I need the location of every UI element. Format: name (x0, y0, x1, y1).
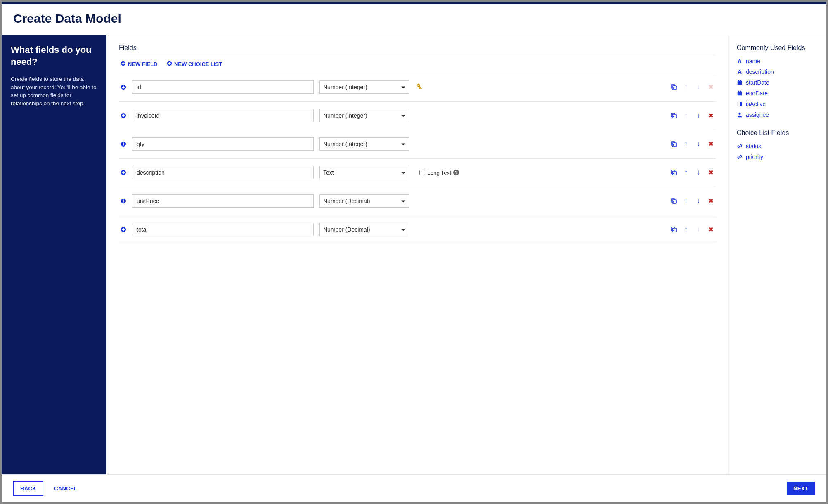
new-choice-list-button[interactable]: NEW CHOICE LIST (167, 61, 222, 67)
row-actions: ↑↓✖ (670, 169, 714, 176)
expand-icon[interactable] (121, 84, 126, 90)
preset-label: isActive (746, 101, 766, 107)
choice-field-item[interactable]: priority (737, 151, 818, 162)
field-name-input[interactable] (132, 109, 314, 122)
svg-rect-18 (122, 144, 125, 144)
long-text-checkbox[interactable] (419, 170, 425, 175)
fields-list: Number (Integer)↑↓✖Number (Integer)↑↓✖Nu… (119, 73, 716, 244)
duplicate-icon[interactable] (670, 198, 677, 204)
remove-icon[interactable]: ✖ (707, 112, 714, 119)
move-down-icon[interactable]: ↓ (695, 198, 702, 204)
field-name-input[interactable] (132, 223, 314, 236)
field-type-select[interactable]: Number (Integer) (319, 109, 409, 122)
move-up-icon[interactable]: ↑ (683, 169, 689, 176)
svg-rect-42 (738, 91, 739, 92)
svg-rect-23 (122, 172, 125, 173)
field-name-input[interactable] (132, 166, 314, 179)
row-actions: ↑↓✖ (670, 226, 714, 233)
remove-icon[interactable]: ✖ (707, 169, 714, 176)
common-field-item[interactable]: assignee (737, 109, 818, 120)
boolean-icon (737, 101, 743, 107)
next-button[interactable]: NEXT (787, 482, 815, 495)
expand-icon[interactable] (121, 141, 126, 147)
field-type-select[interactable]: Number (Decimal) (319, 194, 409, 208)
help-icon[interactable]: ? (453, 170, 459, 175)
new-choice-list-label: NEW CHOICE LIST (174, 61, 222, 67)
help-question: What fields do you need? (11, 44, 97, 68)
back-button[interactable]: BACK (13, 481, 43, 496)
plus-icon (167, 61, 172, 67)
preset-label: description (746, 69, 774, 75)
common-field-item[interactable]: Adescription (737, 66, 818, 77)
primary-key-icon (414, 82, 424, 92)
field-name-input[interactable] (132, 80, 314, 94)
preset-label: status (746, 143, 761, 149)
duplicate-icon[interactable] (670, 84, 677, 90)
common-fields-heading: Commonly Used Fields (737, 44, 818, 52)
duplicate-icon[interactable] (670, 169, 677, 176)
move-down-icon: ↓ (695, 84, 702, 90)
common-field-item[interactable]: isActive (737, 99, 818, 109)
common-field-item[interactable]: Aname (737, 56, 818, 66)
user-icon (737, 112, 743, 118)
move-up-icon[interactable]: ↑ (683, 198, 689, 204)
link-icon (737, 154, 743, 160)
svg-rect-2 (122, 63, 125, 64)
choice-fields-heading: Choice List Fields (737, 129, 818, 137)
remove-icon[interactable]: ✖ (707, 198, 714, 204)
field-name-input[interactable] (132, 194, 314, 208)
new-field-button[interactable]: NEW FIELD (121, 61, 158, 67)
expand-icon[interactable] (121, 198, 126, 204)
expand-icon[interactable] (121, 113, 126, 118)
expand-icon[interactable] (121, 170, 126, 175)
move-down-icon[interactable]: ↓ (695, 112, 702, 119)
svg-rect-39 (740, 80, 741, 81)
svg-rect-33 (122, 229, 125, 230)
preset-fields-sidebar: Commonly Used Fields AnameAdescriptionst… (728, 35, 826, 474)
long-text-option[interactable]: Long Text? (419, 170, 459, 176)
preset-label: endDate (746, 90, 768, 97)
svg-rect-8 (122, 87, 125, 88)
row-actions: ↑↓✖ (670, 84, 714, 90)
choice-field-item[interactable]: status (737, 141, 818, 151)
move-up-icon: ↑ (683, 84, 689, 90)
plus-icon (121, 61, 126, 67)
move-up-icon[interactable]: ↑ (683, 226, 689, 233)
field-row: Number (Integer)↑↓✖ (119, 73, 716, 102)
field-row: Number (Integer)↑↓✖ (119, 130, 716, 159)
common-field-item[interactable]: startDate (737, 77, 818, 88)
cancel-button[interactable]: CANCEL (47, 482, 84, 495)
expand-icon[interactable] (121, 227, 126, 232)
preset-label: name (746, 58, 760, 64)
preset-label: assignee (746, 111, 769, 118)
move-down-icon[interactable]: ↓ (695, 141, 702, 147)
text-icon: A (737, 58, 743, 64)
remove-icon[interactable]: ✖ (707, 226, 714, 233)
duplicate-icon[interactable] (670, 112, 677, 119)
create-data-model-dialog: Create Data Model What fields do you nee… (2, 2, 826, 502)
move-up-icon: ↑ (683, 112, 689, 119)
svg-rect-28 (122, 201, 125, 201)
move-down-icon: ↓ (695, 226, 702, 233)
fields-action-bar: NEW FIELD NEW CHOICE LIST (119, 55, 716, 73)
row-actions: ↑↓✖ (670, 198, 714, 204)
calendar-icon (737, 90, 743, 96)
text-icon: A (737, 69, 743, 75)
field-name-input[interactable] (132, 137, 314, 151)
common-field-item[interactable]: endDate (737, 88, 818, 99)
field-type-select[interactable]: Number (Integer) (319, 80, 409, 94)
field-type-select[interactable]: Text (319, 166, 409, 179)
new-field-label: NEW FIELD (128, 61, 158, 67)
move-down-icon[interactable]: ↓ (695, 169, 702, 176)
field-type-select[interactable]: Number (Integer) (319, 137, 409, 151)
duplicate-icon[interactable] (670, 141, 677, 147)
move-up-icon[interactable]: ↑ (683, 141, 689, 147)
field-row: Number (Decimal)↑↓✖ (119, 215, 716, 244)
duplicate-icon[interactable] (670, 226, 677, 233)
field-type-select[interactable]: Number (Decimal) (319, 223, 409, 236)
dialog-header: Create Data Model (2, 4, 826, 35)
svg-point-45 (738, 113, 740, 115)
fields-panel: Fields NEW FIELD NEW CHOICE LIST Number … (106, 35, 728, 474)
field-row: Number (Decimal)↑↓✖ (119, 187, 716, 215)
remove-icon[interactable]: ✖ (707, 141, 714, 147)
